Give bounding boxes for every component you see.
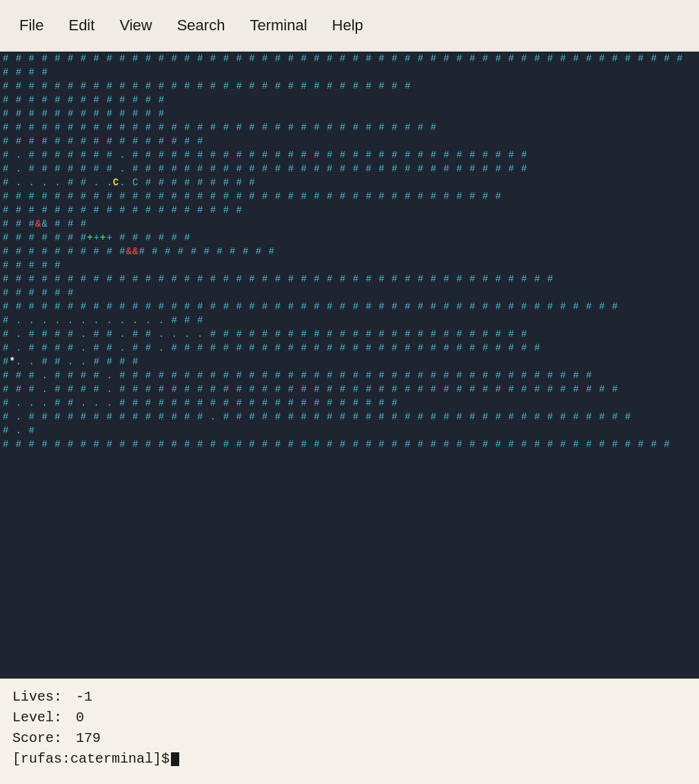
terminal-row: # . . . # # . . . # # # # # # # # # # # … <box>0 396 699 410</box>
terminal-row: # # # # # # # # # # # # # # # # # # # # … <box>0 272 699 286</box>
menu-view[interactable]: View <box>107 11 164 40</box>
terminal-row: # # # # # # # # # # # # # # # # # # # # … <box>0 121 699 134</box>
level-label: Level: <box>12 710 62 725</box>
terminal-row: # # # # <box>0 65 699 79</box>
terminal-display: # # # # # # # # # # # # # # # # # # # # … <box>0 52 699 679</box>
menubar: File Edit View Search Terminal Help <box>0 0 699 52</box>
terminal-row: # . # # # # # # # . # # # # # # # # # # … <box>0 162 699 176</box>
terminal-row: # # # # # # # # # # # # # <box>0 93 699 107</box>
terminal-row: # # # # # # # # # # # # # # # # # # # # … <box>0 79 699 93</box>
level-value: 0 <box>76 710 84 725</box>
score-label: Score: <box>12 730 62 746</box>
level-line: Level: 0 <box>12 708 687 728</box>
terminal-row: # # # # # # # # # # # # # # # # # # # <box>0 203 699 217</box>
status-bar: Lives: -1 Level: 0 Score: 179 [rufas:cat… <box>0 679 699 784</box>
terminal-row: # . . . . # # . . C . C # # # # # # # # … <box>0 176 699 189</box>
terminal-row: # # # # # # # # # # # # # # # # # # # # … <box>0 52 699 65</box>
menu-help[interactable]: Help <box>320 11 376 40</box>
prompt-text: [rufas:caterminal]$ <box>12 749 170 770</box>
terminal-row: # . # # # # # # # # # # # # # # . # # # … <box>0 410 699 424</box>
terminal-canvas: # # # # # # # # # # # # # # # # # # # # … <box>0 52 699 679</box>
menu-search[interactable]: Search <box>165 11 238 40</box>
terminal-row: # # # . # # # # . # # # # # # # # # # # … <box>0 382 699 396</box>
terminal-row: # # # & & # # # <box>0 217 699 231</box>
lives-label: Lives: <box>12 689 62 705</box>
terminal-row: # # # # # # # # # # # # # # # # <box>0 134 699 148</box>
terminal-row: # # # # # # # # # # # # # # # # # # # # … <box>0 189 699 203</box>
lives-line: Lives: -1 <box>12 687 687 708</box>
terminal-row: # # # # # # #+ ++ + # # # # # # <box>0 231 699 245</box>
terminal-row: # # # # # # <box>0 286 699 300</box>
menu-file[interactable]: File <box>7 11 56 40</box>
menu-edit[interactable]: Edit <box>56 11 107 40</box>
menu-terminal[interactable]: Terminal <box>237 11 319 40</box>
prompt-line: [rufas:caterminal]$ <box>12 749 687 770</box>
terminal-row: # * . . # # . . # # # # <box>0 355 699 369</box>
score-line: Score: 179 <box>12 728 687 749</box>
terminal-row: # # # # # # # # # # # # # <box>0 107 699 121</box>
terminal-row: # # # # # # # # # # # # # # # # # # # # … <box>0 300 699 313</box>
terminal-row: # # # # # <box>0 258 699 272</box>
terminal-row: # . # # # # . # # . # # . # # # # # # # … <box>0 341 699 355</box>
lives-value: -1 <box>76 689 92 705</box>
terminal-row: # . # # # # . # # . # # . . . . # # # # … <box>0 327 699 341</box>
terminal-row: # . # <box>0 424 699 437</box>
cursor <box>171 752 179 766</box>
terminal-row: # . . . . . . . . . . . . # # # <box>0 313 699 327</box>
terminal-row: # # # . # # # # . # # # # # # # # # # # … <box>0 369 699 382</box>
score-value: 179 <box>76 730 101 746</box>
terminal-row: # # # # # # # # # # & & # # # # # # # # … <box>0 245 699 258</box>
terminal-row: # . # # # # # # # . # # # # # # # # # # … <box>0 148 699 162</box>
terminal-row: # # # # # # # # # # # # # # # # # # # # … <box>0 437 699 451</box>
